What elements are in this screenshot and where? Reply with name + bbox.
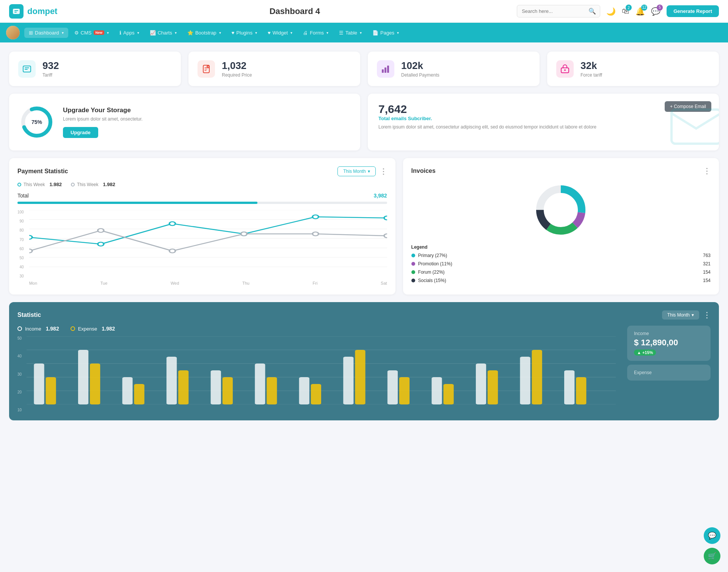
sidebar-item-bootstrap[interactable]: ⭐ Bootstrap ▾ [183,28,226,38]
chevron-down-icon: ▾ [175,31,177,35]
svg-rect-10 [387,66,389,73]
expense-label: Expense [78,326,97,332]
x-axis: Mon Tue Wed Thu Fri Sat [29,281,387,285]
invoices-menu[interactable]: ⋮ [703,166,711,176]
search-box[interactable]: 🔍 [517,5,600,17]
detailed-payments-icon [377,60,394,78]
income-panel: Income $ 12,890,00 ▲ +15% [627,326,711,361]
search-icon[interactable]: 🔍 [588,8,596,15]
apps-icon: ℹ [119,30,121,36]
promotion-color [411,262,415,266]
bell-icon[interactable]: 🔔 12 [635,7,645,16]
chevron-down-icon: ▾ [219,31,221,35]
search-input[interactable] [522,8,585,14]
income-expense-row: Income 1.982 Expense 1.982 [17,326,616,332]
svg-rect-59 [311,384,321,404]
storage-title: Upgrade Your Storage [63,107,143,114]
svg-rect-46 [34,364,44,404]
statistic-month-filter-button[interactable]: This Month ▾ [662,310,699,320]
expense-panel: Expense [627,365,711,381]
forms-icon: 🖨 [303,30,308,36]
statistic-body: Income 1.982 Expense 1.982 50 40 30 [17,326,711,412]
force-tariff-icon [556,60,574,78]
promotion-value: 321 [703,261,711,266]
statistic-section: Statistic This Month ▾ ⋮ Income 1.982 [9,302,719,420]
sidebar-item-pages[interactable]: 📄 Pages ▾ [368,28,403,38]
chevron-down-icon: ▾ [360,31,362,35]
svg-rect-67 [488,370,498,404]
primary-value: 763 [703,253,711,258]
chevron-down-icon: ▾ [397,31,399,35]
svg-rect-63 [399,377,410,404]
nav-label-forms: Forms [310,30,324,36]
stat-cards-row: 932 Tariff 1,032 Required Price [9,52,719,86]
svg-rect-47 [46,377,56,404]
svg-rect-61 [355,350,365,404]
statistic-bar-chart: Income 1.982 Expense 1.982 50 40 30 [17,326,616,412]
this-month-filter-button[interactable]: This Month ▾ [337,166,375,176]
chat-icon[interactable]: 💬 5 [651,7,661,16]
storage-description: Lorem ipsum dolor sit amet, onsectetur. [63,116,143,122]
chevron-down-icon: ▾ [137,31,139,35]
svg-rect-55 [223,377,233,404]
list-item: Forum (22%) 154 [411,270,711,275]
sidebar-item-dashboard[interactable]: ⊞ Dashboard ▾ [24,28,68,38]
svg-rect-9 [384,67,386,73]
required-price-label: Required Price [222,72,252,78]
tariff-label: Tariff [42,72,59,78]
logo-text: dompet [27,6,57,16]
svg-point-33 [312,232,318,236]
invoices-card: Invoices ⋮ Legend [403,158,719,295]
chart-total: Total 3,982 [17,193,387,199]
expense-dot [71,326,75,331]
nav-label-widget: Widget [273,30,288,36]
compose-email-button[interactable]: + Compose Email [665,101,711,112]
promotion-label: Promotion (11%) [418,261,452,266]
email-subtitle: Total emails Subcriber. [378,116,708,121]
tariff-value: 932 [42,60,59,72]
chevron-down-icon: ▾ [692,312,694,318]
svg-rect-60 [343,357,353,404]
list-item: Primary (27%) 763 [411,253,711,258]
sidebar-item-forms[interactable]: 🖨 Forms ▾ [298,28,333,38]
svg-rect-56 [255,364,265,404]
moon-icon[interactable]: 🌙 [606,7,616,16]
upgrade-button[interactable]: Upgrade [63,127,98,138]
svg-point-23 [29,235,32,239]
sidebar-item-table[interactable]: ☰ Table ▾ [334,28,366,38]
svg-rect-71 [576,377,586,404]
nav-label-table: Table [345,30,357,36]
nav-label-pages: Pages [380,30,394,36]
generate-report-button[interactable]: Generate Report [667,5,719,17]
socials-label: Socials (15%) [418,278,446,283]
table-icon: ☰ [339,30,344,36]
svg-rect-70 [564,370,574,404]
store-icon[interactable]: 🛍 2 [622,7,629,16]
svg-point-29 [29,249,32,253]
statistic-menu[interactable]: ⋮ [703,310,711,320]
bootstrap-icon: ⭐ [187,30,193,36]
nav-label-apps: Apps [123,30,135,36]
sidebar-item-widget[interactable]: ♥ Widget ▾ [263,28,297,38]
chevron-down-icon: ▾ [368,169,370,174]
force-tariff-label: Force tariff [581,72,602,78]
plugins-icon: ♥ [232,30,235,36]
sidebar-item-plugins[interactable]: ♥ Plugins ▾ [227,28,262,38]
sidebar-item-apps[interactable]: ℹ Apps ▾ [115,28,144,38]
stat-card-required-price-info: 1,032 Required Price [222,60,252,78]
arrow-up-icon: ▲ [637,350,641,355]
forum-label: Forum (22%) [418,270,445,275]
payment-chart-menu[interactable]: ⋮ [380,167,387,176]
primary-label: Primary (27%) [418,253,447,258]
page-title: Dashboard 4 [270,6,320,16]
svg-rect-49 [90,364,100,404]
svg-rect-65 [443,384,453,404]
sidebar-item-cms[interactable]: ⚙ CMS New ▾ [70,28,113,38]
storage-donut: 75% [20,105,54,139]
legend-label-1: This Week [24,182,45,187]
expense-value: 1.982 [102,326,115,332]
bar-chart-wrap: 50 40 30 20 10 [17,336,616,412]
svg-point-34 [384,234,387,238]
sidebar-item-charts[interactable]: 📈 Charts ▾ [145,28,181,38]
logo-area: dompet [9,4,57,19]
